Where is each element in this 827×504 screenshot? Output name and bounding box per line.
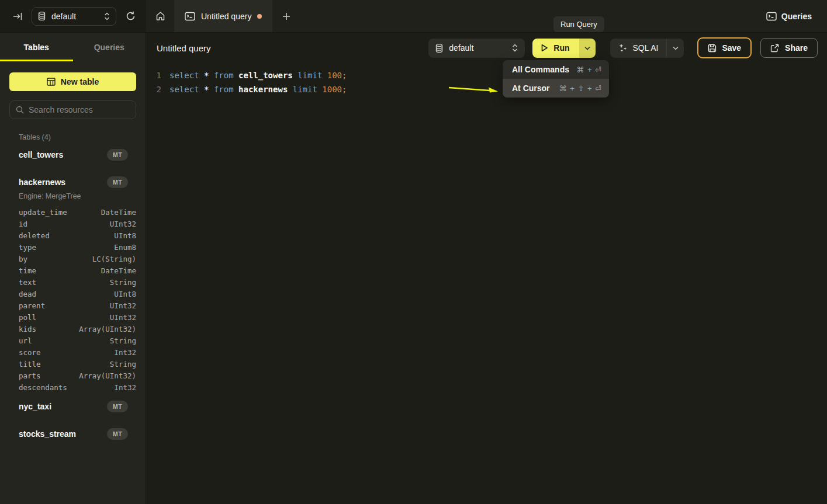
sidebar-tab-tables[interactable]: Tables [0,33,73,61]
new-table-button[interactable]: New table [9,72,136,91]
run-button[interactable]: Run [532,39,579,58]
collapse-sidebar-button[interactable] [11,10,25,23]
database-selector-value: default [449,43,506,53]
queries-link[interactable]: Queries [751,0,827,32]
code-text: select * from cell_towers limit 100; [169,68,347,82]
column-name: url [19,336,32,345]
table-row-nyc_taxi[interactable]: nyc_taxiMT [9,397,136,416]
table-name: stocks_stream [19,429,76,439]
column-row-score: scoreInt32 [9,346,136,358]
save-icon [708,44,717,53]
sql-ai-main: SQL AI [610,43,667,53]
code-line-1[interactable]: 1select * from cell_towers limit 100; [146,68,827,82]
column-name: parts [19,371,41,380]
search-resources-box[interactable] [9,100,136,119]
collapse-sidebar-icon [13,12,22,20]
column-row-parent: parentUInt32 [9,300,136,311]
new-table-label: New table [61,77,99,86]
tables-panel: Tables (4) cell_towersMThackernewsMTEngi… [0,119,146,451]
database-selector-toolbar[interactable]: default [428,39,525,58]
line-number: 2 [146,82,169,96]
toolbar-actions: default Run [428,37,818,58]
column-row-parts: partsArray(UInt32) [9,370,136,381]
column-type: Array(UInt32) [79,371,136,380]
play-icon [541,44,548,52]
column-row-url: urlString [9,335,136,346]
plus-icon [282,12,290,20]
column-row-title: titleString [9,358,136,370]
column-type: DateTime [101,266,136,275]
save-button[interactable]: Save [697,37,752,58]
share-icon [770,44,779,53]
sidebar-tab-queries[interactable]: Queries [73,33,146,61]
column-name: poll [19,313,36,322]
table-name: cell_towers [19,150,63,159]
engine-badge: MT [107,401,128,412]
refresh-icon [126,11,136,21]
run-options-caret[interactable] [579,39,596,58]
column-name: update_time [19,208,67,217]
sql-editor[interactable]: 1select * from cell_towers limit 100;2se… [146,63,827,504]
menu-item-all-commands[interactable]: All Commands⌘ + ⏎ [503,60,609,79]
queries-link-label: Queries [781,12,812,21]
table-name: hackernews [19,178,65,187]
tab-untitled-query[interactable]: Untitled query [174,0,272,32]
column-type: UInt8 [114,290,136,298]
query-title: Untitled query [157,43,428,53]
tables-list: cell_towersMThackernewsMTEngine: MergeTr… [9,145,136,444]
unsaved-changes-dot [257,14,262,19]
share-button[interactable]: Share [760,38,818,58]
column-type: UInt32 [110,301,136,310]
top-bar: default Untitled query [0,0,827,33]
column-name: descendants [19,383,67,392]
column-row-update_time: update_timeDateTime [9,206,136,218]
menu-item-shortcut: ⌘ + ⇧ + ⏎ [559,84,602,93]
column-name: text [19,278,36,287]
column-type: UInt32 [110,220,136,228]
chevron-updown-icon [104,12,110,20]
tab-strip: Untitled query [146,0,751,32]
table-row-hackernews[interactable]: hackernewsMT [9,172,136,192]
column-name: type [19,243,36,252]
menu-item-at-cursor[interactable]: At Cursor⌘ + ⇧ + ⏎ [503,79,609,98]
column-type: UInt32 [110,313,136,322]
table-row-stocks_stream[interactable]: stocks_streamMT [9,424,136,444]
search-icon [16,106,24,114]
queries-icon [766,12,777,21]
column-name: dead [19,290,36,298]
table-row-cell_towers[interactable]: cell_towersMT [9,145,136,165]
column-row-poll: pollUInt32 [9,311,136,323]
engine-badge: MT [107,176,128,188]
table-name: nyc_taxi [19,402,51,411]
code-line-2[interactable]: 2select * from hackernews limit 1000; [146,82,827,96]
table-icon [47,78,56,86]
chevron-updown-icon [512,44,518,52]
code-text: select * from hackernews limit 1000; [169,82,347,96]
columns-list: update_timeDateTimeidUInt32deletedUInt8t… [9,205,136,397]
column-type: String [110,278,136,287]
sql-ai-label: SQL AI [633,43,659,53]
sql-ai-caret[interactable] [666,39,684,58]
sidebar-tabs: TablesQueries [0,33,146,61]
column-name: kids [19,325,36,333]
tab-home[interactable] [146,0,174,32]
column-name: score [19,348,41,357]
column-row-deleted: deletedUInt8 [9,230,136,241]
column-type: LC(String) [92,255,136,263]
column-type: String [110,336,136,345]
column-type: String [110,360,136,369]
column-name: by [19,255,27,263]
database-selector-value: default [51,12,98,21]
new-tab-button[interactable] [272,0,300,32]
database-selector-topbar[interactable]: default [32,7,116,26]
search-resources-input[interactable] [29,105,130,114]
column-type: Enum8 [114,243,136,252]
sql-ai-button[interactable]: SQL AI [610,39,684,58]
sidebar: TablesQueries New table Tables (4) cell_… [0,33,146,504]
refresh-button[interactable] [123,9,138,23]
engine-badge: MT [107,149,128,161]
column-row-time: timeDateTime [9,265,136,276]
column-name: title [19,360,41,369]
sparkles-icon [618,43,628,53]
run-options-menu: All Commands⌘ + ⏎At Cursor⌘ + ⇧ + ⏎ [503,60,609,98]
